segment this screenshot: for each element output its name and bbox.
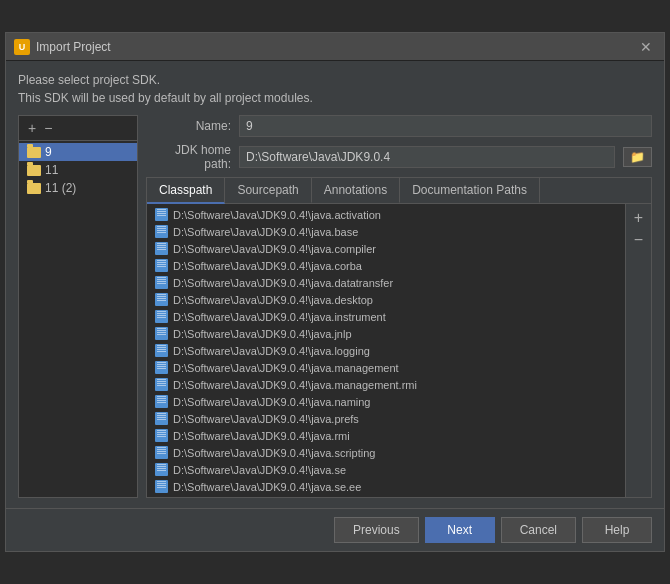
tree-items: 9 11 11 (2) [19,141,137,497]
remove-sdk-button[interactable]: − [41,120,55,136]
file-icon [155,463,168,476]
path-label: JDK home path: [146,143,231,171]
file-icon [155,378,168,391]
file-icon [155,429,168,442]
file-icon [155,480,168,493]
classpath-list: D:\Software\Java\JDK9.0.4!\java.activati… [147,204,625,497]
path-text: D:\Software\Java\JDK9.0.4!\java.compiler [173,243,376,255]
add-path-button[interactable]: + [630,208,647,228]
sdk-tree: + − 9 11 11 (2) [18,115,138,498]
list-item[interactable]: D:\Software\Java\JDK9.0.4!\java.logging [147,342,625,359]
remove-path-button[interactable]: − [630,230,647,250]
intro-line2: This SDK will be used by default by all … [18,89,652,107]
list-item[interactable]: D:\Software\Java\JDK9.0.4!\java.compiler [147,240,625,257]
file-icon [155,242,168,255]
list-item[interactable]: D:\Software\Java\JDK9.0.4!\java.desktop [147,291,625,308]
path-text: D:\Software\Java\JDK9.0.4!\java.datatran… [173,277,393,289]
file-icon [155,344,168,357]
import-project-dialog: U Import Project ✕ Please select project… [5,32,665,552]
file-icon [155,310,168,323]
dialog-title: Import Project [36,40,111,54]
file-icon [155,208,168,221]
file-icon [155,225,168,238]
list-item[interactable]: D:\Software\Java\JDK9.0.4!\java.corba [147,257,625,274]
path-text: D:\Software\Java\JDK9.0.4!\java.se.ee [173,481,361,493]
tab-sourcepath[interactable]: Sourcepath [225,178,311,203]
tab-annotations[interactable]: Annotations [312,178,400,203]
file-icon [155,276,168,289]
footer: Previous Next Cancel Help [6,508,664,551]
folder-icon [27,183,41,194]
list-item[interactable]: D:\Software\Java\JDK9.0.4!\java.se [147,461,625,478]
file-icon [155,395,168,408]
file-icon [155,259,168,272]
list-item[interactable]: D:\Software\Java\JDK9.0.4!\java.activati… [147,206,625,223]
path-text: D:\Software\Java\JDK9.0.4!\java.logging [173,345,370,357]
tree-item-label: 11 [45,163,58,177]
tab-classpath[interactable]: Classpath [147,178,225,204]
tree-item-11-2[interactable]: 11 (2) [19,179,137,197]
name-input[interactable] [239,115,652,137]
tabs-header: Classpath Sourcepath Annotations Documen… [147,178,651,204]
list-item[interactable]: D:\Software\Java\JDK9.0.4!\java.jnlp [147,325,625,342]
name-row: Name: [146,115,652,137]
path-text: D:\Software\Java\JDK9.0.4!\java.manageme… [173,379,417,391]
close-button[interactable]: ✕ [636,38,656,56]
path-input[interactable] [239,146,615,168]
list-item[interactable]: D:\Software\Java\JDK9.0.4!\java.scriptin… [147,444,625,461]
name-label: Name: [146,119,231,133]
path-text: D:\Software\Java\JDK9.0.4!\java.jnlp [173,328,352,340]
list-item[interactable]: D:\Software\Java\JDK9.0.4!\java.prefs [147,410,625,427]
path-text: D:\Software\Java\JDK9.0.4!\java.base [173,226,358,238]
tree-item-9[interactable]: 9 [19,143,137,161]
path-text: D:\Software\Java\JDK9.0.4!\java.prefs [173,413,359,425]
main-content: + − 9 11 11 (2) [18,115,652,498]
right-panel: Name: JDK home path: 📁 Classpath Sourcep… [146,115,652,498]
list-item[interactable]: D:\Software\Java\JDK9.0.4!\java.datatran… [147,274,625,291]
tree-toolbar: + − [19,116,137,141]
add-sdk-button[interactable]: + [25,120,39,136]
title-bar: U Import Project ✕ [6,33,664,61]
path-text: D:\Software\Java\JDK9.0.4!\java.instrume… [173,311,386,323]
list-item[interactable]: D:\Software\Java\JDK9.0.4!\java.naming [147,393,625,410]
file-icon [155,446,168,459]
list-item[interactable]: D:\Software\Java\JDK9.0.4!\java.se.ee [147,478,625,495]
list-item[interactable]: D:\Software\Java\JDK9.0.4!\java.base [147,223,625,240]
path-text: D:\Software\Java\JDK9.0.4!\java.se [173,464,346,476]
intro-line1: Please select project SDK. [18,71,652,89]
tabs-body: D:\Software\Java\JDK9.0.4!\java.activati… [147,204,651,497]
path-text: D:\Software\Java\JDK9.0.4!\java.activati… [173,209,381,221]
tree-item-label: 9 [45,145,52,159]
path-text: D:\Software\Java\JDK9.0.4!\java.naming [173,396,370,408]
tabs-container: Classpath Sourcepath Annotations Documen… [146,177,652,498]
cancel-button[interactable]: Cancel [501,517,576,543]
file-icon [155,327,168,340]
list-item[interactable]: D:\Software\Java\JDK9.0.4!\java.manageme… [147,376,625,393]
folder-icon [27,147,41,158]
title-bar-left: U Import Project [14,39,111,55]
path-text: D:\Software\Java\JDK9.0.4!\java.rmi [173,430,350,442]
tree-item-11[interactable]: 11 [19,161,137,179]
list-item[interactable]: D:\Software\Java\JDK9.0.4!\java.manageme… [147,359,625,376]
path-text: D:\Software\Java\JDK9.0.4!\java.desktop [173,294,373,306]
path-row: JDK home path: 📁 [146,143,652,171]
dialog-body: Please select project SDK. This SDK will… [6,61,664,508]
list-item[interactable]: D:\Software\Java\JDK9.0.4!\java.instrume… [147,308,625,325]
tab-documentation-paths[interactable]: Documentation Paths [400,178,540,203]
intro-text: Please select project SDK. This SDK will… [18,71,652,107]
app-icon: U [14,39,30,55]
file-icon [155,361,168,374]
next-button[interactable]: Next [425,517,495,543]
list-item[interactable]: D:\Software\Java\JDK9.0.4!\java.rmi [147,427,625,444]
file-icon [155,412,168,425]
previous-button[interactable]: Previous [334,517,419,543]
tree-item-label: 11 (2) [45,181,76,195]
path-text: D:\Software\Java\JDK9.0.4!\java.corba [173,260,362,272]
path-text: D:\Software\Java\JDK9.0.4!\java.manageme… [173,362,399,374]
side-buttons: + − [625,204,651,497]
path-text: D:\Software\Java\JDK9.0.4!\java.scriptin… [173,447,375,459]
browse-button[interactable]: 📁 [623,147,652,167]
help-button[interactable]: Help [582,517,652,543]
file-icon [155,293,168,306]
folder-icon [27,165,41,176]
